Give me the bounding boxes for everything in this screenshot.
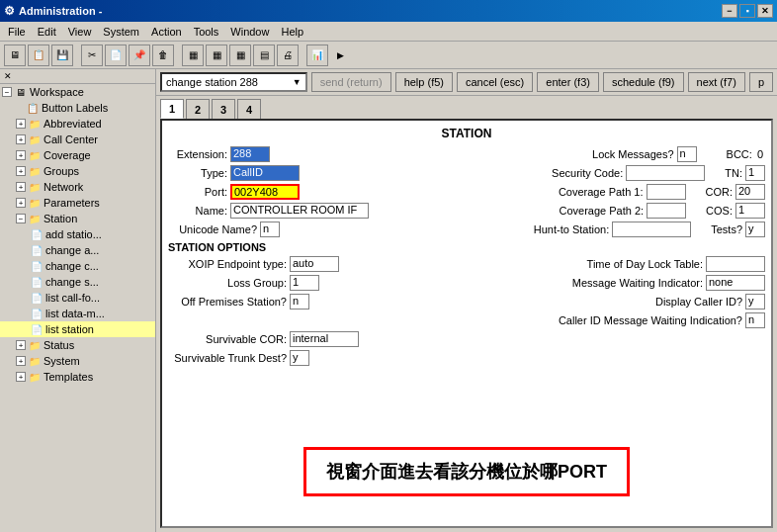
type-input[interactable]: CallID (230, 165, 300, 181)
coverage-expand-icon[interactable]: + (16, 150, 26, 160)
cor-input[interactable]: 20 (735, 184, 765, 200)
tb-btn-7[interactable]: ▦ (229, 44, 251, 66)
maximize-button[interactable]: ▪ (739, 4, 755, 18)
sidebar-item-groups[interactable]: + 📁 Groups (0, 163, 155, 179)
tb-btn-cut[interactable]: ✂ (81, 44, 103, 66)
list-call-fo-label: list call-fo... (45, 292, 100, 304)
sidebar-close-icon[interactable]: ✕ (4, 71, 12, 81)
tb-btn-8[interactable]: ▤ (253, 44, 275, 66)
status-expand-icon[interactable]: + (16, 340, 26, 350)
cancel-button[interactable]: cancel (esc) (457, 72, 533, 92)
sidebar-item-parameters[interactable]: + 📁 Parameters (0, 195, 155, 211)
tab-2[interactable]: 2 (186, 99, 210, 119)
help-button[interactable]: help (f5) (395, 72, 453, 92)
unicode-input[interactable]: n (260, 222, 280, 237)
sidebar-item-station[interactable]: − 📁 Station (0, 211, 155, 226)
sidebar-item-network[interactable]: + 📁 Network (0, 179, 155, 195)
tests-input[interactable]: y (745, 222, 765, 237)
menu-tools[interactable]: Tools (188, 24, 225, 40)
sidebar-item-list-station[interactable]: 📄 list station (0, 321, 155, 337)
parameters-expand-icon[interactable]: + (16, 198, 26, 208)
port-input[interactable]: 002Y408 (230, 184, 300, 200)
caller-id-input[interactable]: n (745, 312, 765, 328)
templates-icon: 📁 (28, 370, 42, 384)
enter-button[interactable]: enter (f3) (537, 72, 599, 92)
p-button[interactable]: p (749, 72, 773, 92)
next-button[interactable]: next (f7) (688, 72, 745, 92)
tb-btn-paste[interactable]: 📌 (129, 44, 150, 66)
system-icon: 📁 (28, 354, 42, 368)
menu-edit[interactable]: Edit (32, 24, 62, 40)
hunt-input[interactable] (612, 222, 691, 237)
off-input[interactable]: n (290, 294, 309, 310)
coverage2-input[interactable] (647, 203, 686, 219)
coverage1-input[interactable] (647, 184, 686, 200)
network-expand-icon[interactable]: + (16, 182, 26, 192)
mwi-input[interactable]: none (706, 275, 765, 291)
survivable-cor-input[interactable]: internal (290, 331, 359, 347)
loss-input[interactable]: 1 (290, 275, 319, 291)
security-input[interactable] (626, 165, 705, 181)
sidebar-item-list-data-m[interactable]: 📄 list data-m... (0, 306, 155, 321)
minimize-button[interactable]: − (722, 4, 737, 18)
tb-btn-1[interactable]: 🖥 (4, 44, 26, 66)
station-expand-icon[interactable]: − (16, 214, 26, 223)
tb-btn-2[interactable]: 📋 (28, 44, 49, 66)
sidebar-workspace[interactable]: − 🖥 Workspace (0, 84, 155, 100)
sidebar-item-change-s[interactable]: 📄 change s... (0, 274, 155, 290)
sidebar-item-list-call-fo[interactable]: 📄 list call-fo... (0, 290, 155, 306)
templates-expand-icon[interactable]: + (16, 372, 26, 382)
menu-action[interactable]: Action (145, 24, 188, 40)
call-center-expand-icon[interactable]: + (16, 134, 26, 144)
close-button[interactable]: ✕ (757, 4, 773, 18)
xoip-input[interactable]: auto (290, 256, 339, 272)
tb-btn-10[interactable]: 📊 (306, 44, 328, 66)
sidebar-item-templates[interactable]: + 📁 Templates (0, 369, 155, 385)
tb-btn-delete[interactable]: 🗑 (152, 44, 174, 66)
change-c-label: change c... (45, 260, 99, 272)
menu-window[interactable]: Window (224, 24, 275, 40)
send-button[interactable]: send (return) (311, 72, 391, 92)
sidebar-item-status[interactable]: + 📁 Status (0, 337, 155, 353)
tn-input[interactable]: 1 (745, 165, 765, 181)
tb-btn-9[interactable]: 🖨 (277, 44, 299, 66)
lock-input[interactable]: n (677, 146, 697, 162)
sidebar-item-change-c[interactable]: 📄 change c... (0, 258, 155, 274)
sidebar-item-coverage[interactable]: + 📁 Coverage (0, 147, 155, 163)
sidebar-item-change-a[interactable]: 📄 change a... (0, 242, 155, 258)
sidebar-item-button-labels[interactable]: 📋 Button Labels (0, 100, 155, 116)
display-input[interactable]: y (745, 294, 765, 310)
tb-btn-3[interactable]: 💾 (51, 44, 73, 66)
security-label: Security Code: (552, 167, 623, 179)
abbreviated-expand-icon[interactable]: + (16, 119, 26, 129)
sidebar-item-abbreviated[interactable]: + 📁 Abbreviated (0, 116, 155, 132)
workspace-expand-icon[interactable]: − (2, 87, 12, 97)
cos-input[interactable]: 1 (735, 203, 765, 219)
groups-expand-icon[interactable]: + (16, 166, 26, 176)
menu-help[interactable]: Help (275, 24, 309, 40)
schedule-button[interactable]: schedule (f9) (603, 72, 684, 92)
system-expand-icon[interactable]: + (16, 356, 26, 366)
extension-input[interactable]: 288 (230, 146, 270, 162)
survivable-trunk-input[interactable]: y (290, 350, 309, 366)
tab-4[interactable]: 4 (237, 99, 261, 119)
menu-file[interactable]: File (2, 24, 32, 40)
tab-3[interactable]: 3 (212, 99, 235, 119)
menu-system[interactable]: System (97, 24, 145, 40)
sidebar-item-system[interactable]: + 📁 System (0, 353, 155, 369)
tab-1[interactable]: 1 (160, 99, 184, 119)
tb-btn-5[interactable]: ▦ (182, 44, 204, 66)
menu-view[interactable]: View (62, 24, 98, 40)
sidebar-item-add-station[interactable]: 📄 add statio... (0, 226, 155, 242)
change-a-label: change a... (45, 244, 99, 256)
tb-btn-copy[interactable]: 📄 (105, 44, 127, 66)
name-input[interactable]: CONTROLLER ROOM IF (230, 203, 369, 219)
tb-btn-6[interactable]: ▦ (206, 44, 227, 66)
survivable-trunk-label: Survivable Trunk Dest? (168, 352, 287, 364)
tb-btn-right[interactable]: ▶ (336, 44, 344, 66)
list-call-fo-icon: 📄 (30, 291, 43, 305)
tod-input[interactable] (706, 256, 765, 272)
unicode-label: Unicode Name? (168, 223, 257, 235)
sidebar-item-call-center[interactable]: + 📁 Call Center (0, 132, 155, 147)
station-dropdown[interactable]: change station 288 ▼ (160, 72, 307, 92)
